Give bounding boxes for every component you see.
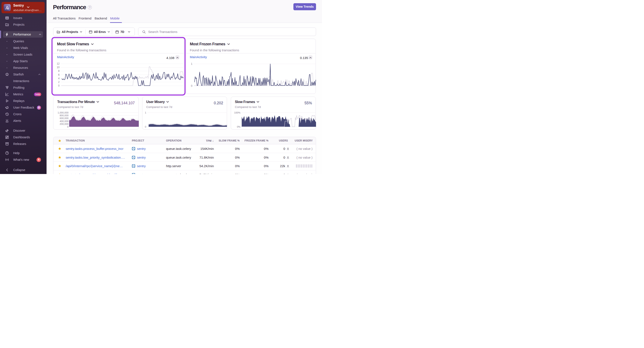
svg-text:0: 0 (145, 125, 146, 128)
svg-text:4: 4 (58, 77, 60, 80)
svg-text:0%: 0% (237, 125, 240, 128)
svg-text:0: 0 (58, 84, 60, 87)
svg-text:1,000,000: 1,000,000 (58, 111, 68, 114)
svg-text:6: 6 (58, 73, 60, 76)
svg-text:0: 0 (191, 84, 192, 87)
svg-text:200,000: 200,000 (60, 123, 68, 125)
svg-text:800,000: 800,000 (60, 114, 68, 117)
svg-text:600,000: 600,000 (60, 117, 68, 119)
svg-text:10: 10 (57, 66, 60, 69)
svg-text:2: 2 (58, 81, 60, 84)
svg-text:1: 1 (145, 111, 146, 114)
svg-text:12: 12 (57, 62, 60, 65)
svg-text:1: 1 (191, 62, 192, 65)
svg-text:100%: 100% (234, 111, 240, 114)
svg-text:400,000: 400,000 (60, 120, 68, 122)
svg-text:0: 0 (67, 125, 68, 128)
svg-text:8: 8 (58, 69, 60, 72)
